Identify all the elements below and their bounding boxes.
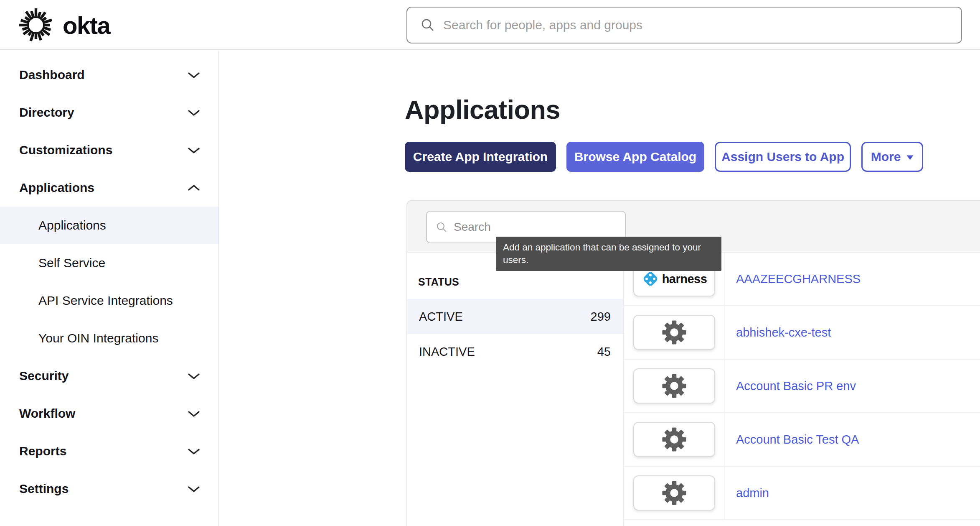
chevron-down-icon [188, 373, 200, 380]
okta-logo[interactable]: okta [18, 0, 110, 50]
app-icon[interactable] [633, 368, 715, 403]
app-row: Account Basic PR env [624, 360, 980, 413]
caret-down-icon [906, 155, 914, 160]
chevron-down-icon [188, 71, 200, 79]
button-label: Create App Integration [413, 150, 548, 164]
sidebar-item-applications[interactable]: Applications [0, 169, 218, 207]
button-label: Browse App Catalog [574, 150, 696, 164]
status-filter-list: ACTIVE 299 INACTIVE 45 [407, 299, 623, 369]
app-icon-cell [624, 360, 725, 412]
status-filter-active[interactable]: ACTIVE 299 [407, 299, 623, 334]
sidebar-item-self-service[interactable]: Self Service [0, 244, 218, 282]
gear-icon [661, 480, 687, 506]
tooltip: Add an application that can be assigned … [496, 237, 721, 271]
sidebar-item-your-oin-integrations[interactable]: Your OIN Integrations [0, 319, 218, 357]
sidebar-item-workflow[interactable]: Workflow [0, 395, 218, 432]
gear-icon [661, 373, 687, 399]
app-row: abhishek-cxe-test [624, 306, 980, 360]
chevron-down-icon [188, 410, 200, 417]
topbar: okta [0, 0, 980, 50]
assign-users-to-app-button[interactable]: Assign Users to App [715, 142, 851, 172]
app-icon-cell [624, 306, 725, 359]
app-link[interactable]: admin [736, 486, 769, 500]
status-filter-inactive[interactable]: INACTIVE 45 [407, 334, 623, 369]
panel-body: STATUS ACTIVE 299 INACTIVE 45 [407, 253, 980, 526]
button-label: Assign Users to App [721, 150, 844, 164]
app-name-cell: admin [725, 467, 980, 519]
sidebar-item-label: Reports [19, 444, 66, 458]
status-count: 45 [597, 345, 611, 359]
status-filter-header: STATUS [407, 276, 623, 288]
sidebar-item-label: Applications [19, 181, 94, 195]
chevron-down-icon [188, 448, 200, 455]
app-row: admin [624, 467, 980, 520]
sidebar-item-label: Directory [19, 105, 74, 120]
create-app-integration-button[interactable]: Create App Integration [405, 142, 556, 172]
sidebar-item-label: Customizations [19, 143, 112, 157]
app-name-cell: abhishek-cxe-test [725, 306, 980, 359]
sidebar-item-label: Self Service [38, 256, 105, 270]
app-icon-cell [624, 467, 725, 519]
sidebar-item-reports[interactable]: Reports [0, 432, 218, 470]
app-row: Account Basic Test QA [624, 413, 980, 467]
more-button[interactable]: More [861, 142, 923, 172]
sidebar-item-label: API Service Integrations [38, 294, 173, 308]
app-icon[interactable] [633, 315, 715, 350]
page-title: Applications [405, 94, 560, 125]
gear-icon [661, 319, 687, 345]
chevron-down-icon [188, 485, 200, 493]
sidebar-item-label: Workflow [19, 406, 75, 421]
app-link[interactable]: AAAZEECGHARNESS [736, 272, 861, 286]
app-link[interactable]: Account Basic PR env [736, 379, 856, 393]
okta-logo-icon [18, 8, 53, 43]
app-icon[interactable] [633, 475, 715, 511]
app-name-cell: Account Basic PR env [725, 360, 980, 412]
okta-admin-console: okta Dashboard Directory Customizations [0, 0, 980, 526]
status-filter: STATUS ACTIVE 299 INACTIVE 45 [407, 253, 624, 526]
app-name-cell: AAAZEECGHARNESS [725, 253, 980, 305]
app-search-input[interactable] [454, 220, 625, 234]
sidebar-item-customizations[interactable]: Customizations [0, 131, 218, 169]
action-buttons: Create App Integration Browse App Catalo… [405, 142, 923, 172]
chevron-up-icon [188, 184, 200, 192]
chevron-down-icon [188, 147, 200, 154]
sidebar-item-security[interactable]: Security [0, 357, 218, 395]
chevron-down-icon [188, 109, 200, 116]
app-link[interactable]: abhishek-cxe-test [736, 326, 831, 340]
app-icon[interactable] [633, 422, 715, 457]
sidebar-item-label: Applications [38, 218, 106, 232]
sidebar-item-directory[interactable]: Directory [0, 94, 218, 131]
sidebar-item-api-service-integrations[interactable]: API Service Integrations [0, 282, 218, 319]
gear-icon [661, 426, 687, 452]
harness-logo-icon [642, 270, 659, 288]
sidebar-item-label: Dashboard [19, 68, 85, 82]
sidebar-nav-list: Dashboard Directory Customizations Appli… [0, 56, 218, 508]
search-icon [436, 222, 447, 233]
button-label: More [871, 150, 901, 164]
sidebar-item-settings[interactable]: Settings [0, 470, 218, 508]
browse-app-catalog-button[interactable]: Browse App Catalog [566, 142, 704, 172]
status-label: ACTIVE [419, 310, 463, 324]
sidebar-item-label: Settings [19, 482, 69, 496]
app-list: harness AAAZEECGHARNESS ab [624, 253, 980, 526]
okta-logo-text: okta [63, 11, 110, 39]
app-name-cell: Account Basic Test QA [725, 413, 980, 466]
search-icon [421, 18, 435, 32]
sidebar: Dashboard Directory Customizations Appli… [0, 51, 219, 526]
app-link[interactable]: Account Basic Test QA [736, 433, 859, 447]
status-label: INACTIVE [419, 345, 475, 359]
sidebar-item-label: Security [19, 369, 69, 383]
status-count: 299 [591, 310, 611, 324]
global-search-input[interactable] [443, 18, 961, 32]
app-icon-cell [624, 413, 725, 466]
sidebar-item-dashboard[interactable]: Dashboard [0, 56, 218, 94]
sidebar-item-label: Your OIN Integrations [38, 331, 158, 345]
global-search[interactable] [406, 7, 962, 43]
sidebar-item-applications[interactable]: Applications [0, 207, 218, 244]
harness-logo-text: harness [662, 272, 707, 286]
